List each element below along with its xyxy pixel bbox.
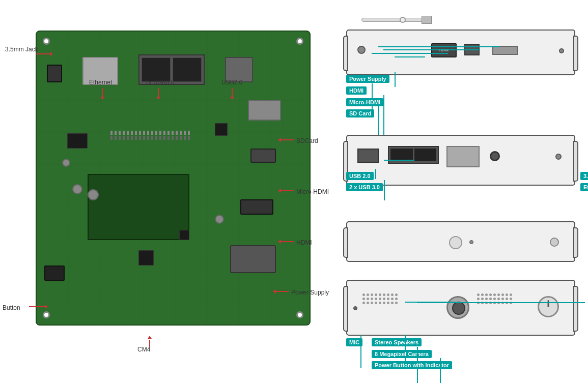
pwrbtn-v-line	[440, 358, 441, 383]
cm4-arrow-v	[149, 340, 150, 347]
pin-row	[110, 131, 192, 135]
ps-v-line	[395, 72, 396, 87]
antenna-circle	[400, 17, 406, 23]
pcb-board	[36, 31, 311, 326]
jack-arrowhead	[49, 52, 52, 56]
mic-dot-icon	[353, 306, 357, 310]
mount-hole-bl	[43, 311, 50, 318]
front-panel-box	[346, 221, 575, 262]
hdmi-icon: HDMI	[431, 43, 457, 57]
jack-icon	[490, 151, 500, 161]
power-port-icon	[357, 46, 366, 54]
eth-icon	[446, 146, 480, 167]
cap-1	[72, 184, 82, 194]
panel-left-end	[343, 36, 348, 71]
button-component	[44, 266, 65, 281]
speaker-right-grille	[477, 293, 513, 305]
hdmi-h-line	[372, 53, 448, 54]
ps-arrowhead	[273, 289, 276, 293]
usb2-icon	[357, 149, 379, 163]
pwrbtn-h-line	[440, 302, 585, 303]
antenna-connector	[422, 16, 432, 24]
mic-v-line	[360, 335, 361, 368]
usb3-diag-vline	[384, 180, 385, 200]
hdmi-arrow	[281, 241, 294, 242]
front-right-end	[573, 227, 578, 258]
micro-hdmi-arrow	[281, 190, 294, 191]
power-btn-icon	[538, 296, 559, 317]
usb2-arrowhead	[230, 97, 234, 100]
front-btn-icon	[449, 236, 462, 249]
power-supply-connector	[230, 245, 276, 273]
chip-2	[215, 123, 228, 136]
usb2-diag-vline	[375, 169, 376, 179]
chip-4	[179, 230, 189, 240]
speaker-left-grille	[362, 293, 398, 305]
usb3-diag-hline	[384, 160, 414, 161]
front-left-end	[343, 227, 348, 258]
mount-hole-tl	[43, 38, 50, 45]
chip-3	[138, 250, 154, 266]
sdcard-arrowhead	[278, 138, 281, 142]
sdcard-slot	[248, 100, 281, 121]
front-right-circle	[550, 238, 559, 247]
side-panel-box	[346, 135, 575, 186]
diagrams-section: HDMI Power Supply HDMI Micro-HDMI SD Car…	[346, 5, 580, 381]
mhdmi-h-line	[383, 49, 480, 50]
chip-1	[67, 133, 88, 149]
btn-arrowhead	[45, 305, 48, 309]
sdcard-icon	[492, 46, 518, 55]
pcb-section: 3.5mm Jack Ethernet 2x USB3.0 USB2.0 SDC…	[0, 0, 336, 383]
micro-hdmi-arrowhead	[278, 189, 281, 193]
cm4-module	[88, 174, 189, 240]
cap-2	[88, 189, 99, 200]
front-led-icon	[469, 240, 473, 244]
hdmi-arrowhead	[278, 240, 281, 244]
ps-arrow	[276, 291, 289, 292]
top-panel-box: HDMI	[346, 30, 575, 75]
side-btn-icon	[555, 154, 562, 160]
eth-arrowhead	[100, 97, 104, 100]
panel-right-end	[573, 36, 578, 71]
small-port-icon	[559, 48, 564, 53]
sdcard-arrow	[281, 139, 294, 140]
micro-hdmi-port	[250, 149, 276, 163]
ps-h-line	[395, 56, 425, 57]
antenna-stick	[361, 18, 423, 22]
cap-4	[62, 159, 70, 167]
mount-hole-tr	[296, 38, 303, 45]
mount-hole-br	[296, 311, 303, 318]
jack-port	[47, 65, 62, 82]
bottom-right-end	[573, 286, 578, 332]
bottom-panel-box	[346, 280, 575, 336]
camera-icon	[446, 296, 469, 319]
mhdmi-v-line	[383, 95, 384, 141]
sd-h-line	[378, 46, 500, 47]
antenna-diagram	[361, 13, 545, 28]
cap-3	[215, 215, 224, 224]
cm4-arrowhead	[148, 336, 152, 339]
bottom-left-end	[343, 286, 348, 332]
pin-row-2	[110, 136, 192, 140]
hdmi-port	[240, 199, 273, 215]
side-right-end	[573, 141, 578, 182]
usb3-icon	[388, 146, 439, 164]
usb3-arrowhead	[156, 97, 160, 100]
btn-arrow-h	[29, 306, 47, 307]
